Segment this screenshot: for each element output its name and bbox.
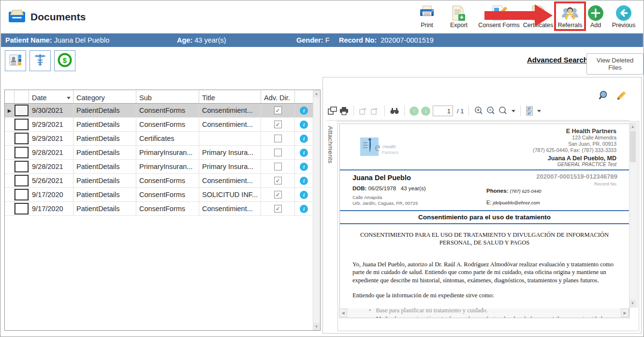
- adv-dir-checkbox[interactable]: ✓: [274, 191, 282, 199]
- adv-dir-checkbox[interactable]: [274, 163, 282, 170]
- cell-category: PatientDetails: [73, 174, 136, 187]
- adv-dir-checkbox[interactable]: [274, 135, 282, 142]
- layout-dropdown-caret[interactable]: [537, 110, 541, 112]
- info-icon[interactable]: i: [300, 121, 308, 129]
- info-icon[interactable]: i: [300, 177, 308, 185]
- adv-dir-checkbox[interactable]: ✓: [274, 177, 282, 184]
- table-row[interactable]: 9/29/2021 PatientDetails ConsentForms Co…: [5, 118, 320, 132]
- scroll-down-button[interactable]: ▼: [629, 300, 636, 307]
- quick-buttons-row: $: [5, 50, 75, 71]
- cell-category: PatientDetails: [73, 202, 136, 215]
- table-row[interactable]: 9/28/2021 PatientDetails PrimaryInsuran.…: [5, 160, 320, 174]
- document-patient-phones: Phones: (787) 625-0440: [486, 188, 542, 194]
- caduceus-icon: [33, 53, 47, 69]
- attachments-tab[interactable]: Attachments: [327, 126, 334, 164]
- table-header-row: Date Category Sub Title Adv. Dir.: [5, 90, 320, 104]
- view-deleted-files-button[interactable]: View Deleted Files: [586, 53, 644, 75]
- table-row[interactable]: ▶ 9/30/2021 PatientDetails ConsentForms …: [5, 104, 320, 118]
- adv-dir-checkbox[interactable]: ✓: [274, 107, 282, 114]
- patient-card-button[interactable]: [5, 50, 26, 71]
- cell-title: Consentimient...: [199, 202, 261, 215]
- binoculars-search-icon[interactable]: [390, 107, 399, 115]
- consent-forms-button[interactable]: Consent Forms: [477, 3, 521, 29]
- table-vertical-scrollbar[interactable]: ▲ ▼: [313, 90, 320, 330]
- row-handle-box[interactable]: [15, 175, 29, 186]
- info-icon[interactable]: i: [300, 135, 308, 143]
- scroll-left-button[interactable]: ◀: [339, 308, 347, 317]
- row-handle-box[interactable]: [15, 133, 29, 144]
- billing-button[interactable]: $: [54, 50, 75, 71]
- next-page-icon[interactable]: ↓: [421, 107, 430, 116]
- cell-sub: ConsentForms: [136, 174, 199, 187]
- toolbar-label: Export: [445, 22, 472, 29]
- adv-dir-checkbox[interactable]: ✓: [274, 121, 282, 128]
- table-row[interactable]: 9/17/2020 PatientDetails ConsentForms SO…: [5, 188, 320, 202]
- cell-sub: ConsentForms: [136, 188, 199, 201]
- viewer-horizontal-scrollbar[interactable]: ◀ ▶: [339, 308, 629, 317]
- insurance-caduceus-button[interactable]: [29, 50, 51, 71]
- zoom-dropdown-caret[interactable]: [512, 110, 515, 112]
- export-button[interactable]: Export: [445, 3, 472, 29]
- table-row[interactable]: 9/17/2020 PatientDetails ConsentForms Co…: [5, 202, 320, 216]
- table-row[interactable]: 9/29/2021 PatientDetails Certificates i: [5, 132, 320, 146]
- info-icon[interactable]: i: [300, 191, 308, 199]
- row-handle-box[interactable]: [15, 119, 29, 130]
- column-header-title[interactable]: Title: [199, 90, 261, 103]
- sort-descending-icon[interactable]: [67, 97, 71, 99]
- row-handle-box[interactable]: [15, 161, 29, 172]
- svg-text:-Health: -Health: [382, 144, 396, 149]
- adv-dir-checkbox[interactable]: [274, 149, 282, 156]
- svg-text:$: $: [63, 56, 67, 64]
- table-row[interactable]: 5/26/2021 PatientDetails ConsentForms Co…: [5, 174, 320, 188]
- add-button[interactable]: Add: [586, 3, 605, 29]
- adv-dir-checkbox[interactable]: ✓: [274, 205, 282, 213]
- advanced-search-link[interactable]: Advanced Search: [527, 56, 588, 64]
- form-title: Consentimiento para el uso de tratamient…: [340, 210, 629, 224]
- clinic-phone-fax: (787) 625-0440, Fax: (787) 333-3333: [533, 147, 616, 153]
- provider-name: Juana A Del Pueblo, MD: [533, 155, 616, 162]
- row-handle-box[interactable]: [15, 105, 29, 116]
- demote-icon[interactable]: [359, 107, 368, 115]
- column-header-adv-dir[interactable]: Adv. Dir.: [261, 90, 295, 103]
- edit-pencil-icon[interactable]: [615, 90, 627, 102]
- column-header-sub[interactable]: Sub: [136, 90, 199, 103]
- viewer-vertical-scrollbar[interactable]: ▲ ▼: [629, 123, 638, 307]
- scroll-up-button[interactable]: ▲: [313, 90, 320, 97]
- header-box-col: [15, 90, 29, 103]
- previous-button[interactable]: Previous: [609, 3, 639, 29]
- row-handle-box[interactable]: [15, 189, 29, 200]
- print-view-icon[interactable]: [339, 107, 349, 115]
- certificates-button[interactable]: Certificates: [519, 3, 557, 29]
- scroll-thumb[interactable]: [630, 131, 636, 162]
- promote-icon[interactable]: [370, 107, 380, 115]
- cell-date: 9/17/2020: [29, 202, 73, 215]
- cell-date: 9/17/2020: [29, 188, 73, 201]
- scroll-down-button[interactable]: ▼: [313, 323, 320, 330]
- info-icon[interactable]: i: [300, 205, 308, 213]
- print-button[interactable]: Print: [414, 3, 439, 29]
- scroll-right-button[interactable]: ▶: [621, 308, 629, 317]
- cell-sub: ConsentForms: [136, 202, 199, 215]
- zoom-in-icon[interactable]: [474, 106, 483, 116]
- row-handle-box[interactable]: [15, 147, 29, 158]
- info-icon[interactable]: i: [300, 107, 308, 115]
- info-icon[interactable]: i: [300, 149, 308, 157]
- zoom-out-icon[interactable]: [486, 106, 496, 116]
- row-handle-box[interactable]: [15, 203, 29, 214]
- magnifier-icon[interactable]: [599, 90, 610, 102]
- patient-card-icon: [9, 53, 22, 69]
- column-header-category[interactable]: Category: [73, 90, 136, 103]
- table-row[interactable]: 9/28/2021 PatientDetails PrimaryInsuran.…: [5, 146, 320, 160]
- cell-date: 9/30/2021: [29, 104, 73, 117]
- export-view-icon[interactable]: [328, 107, 337, 115]
- column-header-date[interactable]: Date: [29, 90, 73, 103]
- scroll-up-button[interactable]: ▲: [629, 123, 636, 130]
- referrals-highlight-box: [554, 1, 586, 31]
- page-layout-icon[interactable]: [526, 106, 533, 116]
- zoom-mode-icon[interactable]: [498, 106, 508, 116]
- info-icon[interactable]: i: [300, 163, 308, 171]
- prev-page-icon[interactable]: ↑: [410, 107, 419, 116]
- cell-date: 5/26/2021: [29, 174, 73, 187]
- toolbar-label: Consent Forms: [477, 22, 521, 29]
- page-number-input[interactable]: [433, 106, 453, 116]
